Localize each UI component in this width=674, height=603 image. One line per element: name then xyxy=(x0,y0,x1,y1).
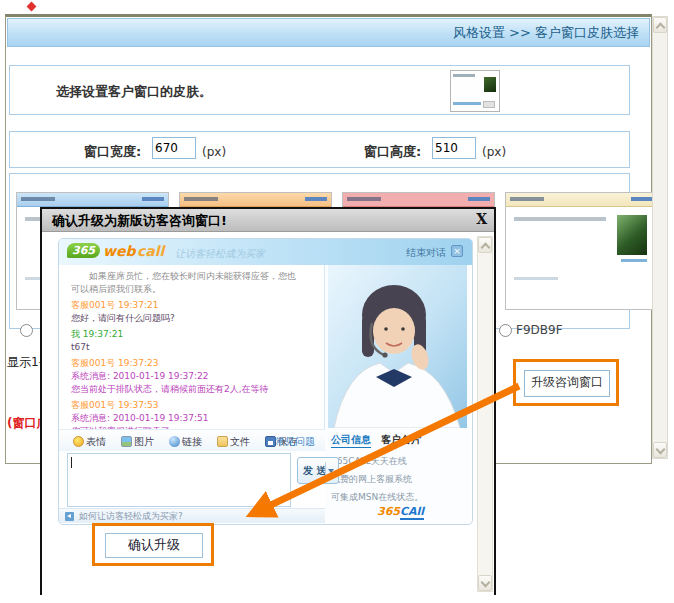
link-button[interactable]: 链接 xyxy=(169,435,202,449)
file-label: 文件 xyxy=(230,436,250,447)
text-caret xyxy=(71,457,72,468)
company-info-line: 可集成MSN在线状态。 xyxy=(331,491,423,504)
chevron-down-icon xyxy=(480,578,490,588)
window-height-label: 窗口高度: xyxy=(364,143,421,161)
scroll-down-icon[interactable] xyxy=(653,442,667,458)
skin-thumbnail-yellow[interactable] xyxy=(505,192,658,310)
send-button[interactable]: 发 送 xyxy=(297,457,339,484)
preview-toolbar-line xyxy=(453,102,481,105)
chat-message-list: 如果座席员忙，您在较长时间内未能获得应答，您也可以稍后跟我们联系。 客服001号… xyxy=(59,265,325,429)
chat-window-preview: 365 web call 让访客轻松成为买家 结束对话 如果座席员忙，您在较长时… xyxy=(58,238,473,525)
chevron-down-icon xyxy=(655,445,665,455)
thumb-link-line xyxy=(305,197,327,201)
page-scrollbar[interactable] xyxy=(652,16,668,459)
faq-link[interactable]: 常见问题 xyxy=(275,435,315,449)
chat-footer: 如何让访客轻松成为买家? xyxy=(59,508,325,523)
scroll-up-icon[interactable] xyxy=(478,237,492,253)
thumb-header xyxy=(180,193,331,207)
thumb-text-line xyxy=(514,277,558,280)
thumb-title-line xyxy=(21,197,55,201)
skin-color-code: F9DB9F xyxy=(516,323,563,337)
globe-link-icon xyxy=(169,436,180,447)
browser-red-mark-icon xyxy=(27,2,37,12)
dialog-scrollbar[interactable] xyxy=(477,236,493,592)
window-width-input[interactable] xyxy=(152,137,196,159)
folder-file-icon xyxy=(217,436,228,447)
tab-company-info[interactable]: 公司信息 xyxy=(331,433,371,448)
skin-radio-4[interactable] xyxy=(499,324,512,337)
window-width-label: 窗口宽度: xyxy=(84,143,141,161)
thumb-title-line xyxy=(347,197,381,201)
tab-customer-card[interactable]: 客户名片 xyxy=(381,433,421,447)
thumb-title-line xyxy=(184,197,218,201)
window-width-unit: (px) xyxy=(202,145,226,159)
thumb-agent-photo xyxy=(617,215,647,255)
intro-section: 选择设置客户窗口的皮肤。 xyxy=(9,65,630,115)
current-skin-preview xyxy=(450,70,500,112)
tip-arrow-icon xyxy=(65,512,74,521)
system-message: 系统消息: 2010-01-19 19:37:22 xyxy=(71,370,304,383)
thumb-link-line xyxy=(631,197,653,201)
chat-message-input[interactable] xyxy=(67,453,291,507)
system-message: 您当前处于排队状态，请稍候前面还有2人,在等待 xyxy=(71,383,304,396)
footer-365call-logo: 365CAll xyxy=(377,505,424,518)
size-settings-section: 窗口宽度: (px) 窗口高度: (px) xyxy=(9,131,630,168)
send-separator xyxy=(325,462,326,479)
smiley-icon xyxy=(73,436,84,447)
image-button[interactable]: 图片 xyxy=(121,435,154,449)
scroll-down-icon[interactable] xyxy=(478,575,492,591)
logo-tagline: 让访客轻松成为买家 xyxy=(175,247,265,261)
dialog-title-bar: 确认升级为新版访客咨询窗口! X xyxy=(42,209,494,232)
thumb-caption-line xyxy=(621,259,647,262)
send-dropdown-icon[interactable] xyxy=(328,469,334,473)
breadcrumb[interactable]: 风格设置 >> 客户窗口皮肤选择 xyxy=(7,18,650,47)
thumb-header xyxy=(343,193,494,207)
preview-send-button xyxy=(483,101,495,108)
dialog-body: 365 web call 让访客轻松成为买家 结束对话 如果座席员忙，您在较长时… xyxy=(42,232,494,595)
upgrade-button-highlight: 升级咨询窗口 xyxy=(513,359,619,406)
upgrade-confirm-dialog: 确认升级为新版访客咨询窗口! X 365 web call 让访客轻松成为买家 … xyxy=(40,207,496,595)
link-label: 链接 xyxy=(182,436,202,447)
agent-label: 客服001号 19:37:21 xyxy=(71,299,304,312)
chevron-up-icon xyxy=(480,243,490,253)
company-info-line: 免费的网上客服系统 xyxy=(331,473,412,486)
agent-label: 客服001号 19:37:23 xyxy=(71,357,304,370)
image-icon xyxy=(121,436,132,447)
thumb-text-line xyxy=(514,217,606,221)
close-icon[interactable]: X xyxy=(476,211,487,227)
dialog-title: 确认升级为新版访客咨询窗口! xyxy=(52,212,227,230)
chat-notice: 如果座席员忙，您在较长时间内未能获得应答，您也可以稍后跟我们联系。 xyxy=(71,270,304,296)
me-label: 我 19:37:21 xyxy=(71,328,304,341)
send-label: 发 送 xyxy=(303,465,326,476)
company-info-line: 365CALL天天在线 xyxy=(331,455,407,468)
agent-photo xyxy=(328,265,467,428)
upgrade-window-button[interactable]: 升级咨询窗口 xyxy=(524,370,610,397)
scroll-up-icon[interactable] xyxy=(653,17,667,33)
thumb-header xyxy=(17,193,168,207)
logo-call: call xyxy=(137,243,164,259)
footer-question[interactable]: 如何让访客轻松成为买家? xyxy=(79,510,183,523)
file-button[interactable]: 文件 xyxy=(217,435,250,449)
thumb-title-line xyxy=(510,197,544,201)
chat-toolbar: 表情 图片 链接 文件 保存 常见问题 xyxy=(59,429,325,451)
image-label: 图片 xyxy=(134,436,154,447)
skin-settings-page: 风格设置 >> 客户窗口皮肤选择 选择设置客户窗口的皮肤。 窗口宽度: (px)… xyxy=(0,0,674,603)
logo-365-part: 365 xyxy=(377,505,400,518)
thumb-link-line xyxy=(468,197,490,201)
chat-right-panel: 公司信息 客户名片 365CALL天天在线 免费的网上客服系统 可集成MSN在线… xyxy=(325,265,470,522)
agent-label: 客服001号 19:37:53 xyxy=(71,399,304,412)
end-chat-close-icon[interactable] xyxy=(451,245,463,257)
my-message: t67t xyxy=(71,341,304,354)
preview-title-line xyxy=(453,74,475,77)
chevron-up-icon xyxy=(655,23,665,33)
window-height-input[interactable] xyxy=(432,137,476,159)
skin-radio-1[interactable] xyxy=(20,324,33,337)
info-tabs: 公司信息 客户名片 xyxy=(325,433,470,449)
emoticon-label: 表情 xyxy=(86,436,106,447)
confirm-upgrade-button[interactable]: 确认升级 xyxy=(105,533,203,558)
chat-header: 365 web call 让访客轻松成为买家 结束对话 xyxy=(59,239,472,265)
emoticon-button[interactable]: 表情 xyxy=(73,435,106,449)
confirm-button-highlight: 确认升级 xyxy=(92,523,214,566)
logo-365-icon: 365 xyxy=(67,243,100,258)
end-chat-label[interactable]: 结束对话 xyxy=(406,246,446,260)
